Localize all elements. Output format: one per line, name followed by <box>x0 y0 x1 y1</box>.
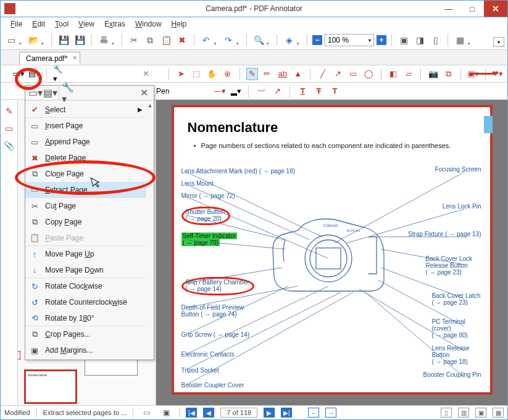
menu-help[interactable]: Help <box>167 19 192 30</box>
text-select-icon[interactable]: ⊕ <box>222 68 233 80</box>
menu-item-rotate-180[interactable]: ⟲Rotate by 180° <box>25 310 146 326</box>
save-as-button[interactable]: 💾 <box>73 33 86 47</box>
page-number-field[interactable]: 7 of 118 <box>220 408 257 418</box>
marker-tool-icon[interactable]: ✏ <box>262 68 273 80</box>
menu-item-copy[interactable]: ⧉Copy Page <box>25 214 146 230</box>
thumb-checkbox[interactable]: ✔ <box>18 351 20 360</box>
menu-file[interactable]: File <box>6 19 27 30</box>
page-heading: Nomenclature <box>188 120 477 136</box>
first-page-button[interactable]: |◀ <box>186 408 197 418</box>
pointer-icon[interactable]: ➤ <box>175 68 187 80</box>
menu-head-wrench-icon[interactable]: 🔧▾ <box>62 87 74 99</box>
minimize-button[interactable]: — <box>437 1 460 17</box>
text-strike-icon[interactable]: T <box>312 85 325 97</box>
zoom-out-button[interactable]: − <box>312 35 322 45</box>
view-two-button[interactable]: ▣ <box>475 408 486 418</box>
nav-fwd-button[interactable]: → <box>325 408 336 418</box>
arrow-tool-icon[interactable]: ↗ <box>332 68 344 80</box>
menu-extras[interactable]: Extras <box>99 19 130 30</box>
menu-edit[interactable]: Edit <box>27 19 50 30</box>
menu-item-crop[interactable]: ⧉Crop Pages... <box>25 326 146 342</box>
menu-item-rotate-cw[interactable]: ↻Rotate Clockwise <box>25 278 146 294</box>
curve-icon[interactable]: 〰 <box>255 85 267 97</box>
menu-item-move-down[interactable]: ↓Move Page Down <box>25 262 146 278</box>
menu-head-list-icon[interactable]: ▤▾ <box>44 87 56 99</box>
style-width-icon[interactable]: ▂▾ <box>230 85 242 97</box>
status-icon-1[interactable]: ▭ <box>139 406 153 419</box>
page-list-icon[interactable]: ▤▾ <box>28 68 40 80</box>
rail-stamp-icon[interactable]: ▭ <box>3 122 15 134</box>
document-viewport[interactable]: Nomenclature Page numbers of sections re… <box>156 100 507 405</box>
menu-item-move-up[interactable]: ↑Move Page Up <box>25 246 146 262</box>
cut-button[interactable]: ✂ <box>127 33 141 47</box>
menu-item-margins[interactable]: ▣Add Margins... <box>25 342 146 358</box>
thumbnail-selected[interactable]: Nomenclature <box>24 369 77 404</box>
delete-button[interactable]: ✖ <box>175 33 189 47</box>
rect-tool-icon[interactable]: ▭ <box>348 68 359 80</box>
eraser-tool-icon[interactable]: ◧ <box>388 68 399 80</box>
menu-head-close-icon[interactable]: ✕ <box>138 87 150 99</box>
line-tool-icon[interactable]: ╱ <box>317 68 328 80</box>
whiteout-tool-icon[interactable]: ▱ <box>403 68 415 80</box>
menu-item-append[interactable]: ▭Append Page <box>25 134 146 150</box>
layout-button-3[interactable]: ▯ <box>429 33 443 47</box>
undo-button[interactable]: ↶ <box>199 33 213 47</box>
menu-scroll-hint[interactable]: ▲ <box>146 101 154 360</box>
wrench-icon[interactable]: 🔧▾ <box>53 68 65 80</box>
snapshot-icon[interactable]: 📷 <box>427 68 439 80</box>
open-button[interactable]: 📂 <box>27 33 40 47</box>
tab-overflow-button[interactable]: ▾ <box>493 37 504 47</box>
bookmark-button[interactable]: ◈ <box>282 33 296 47</box>
hand-icon[interactable]: ✋ <box>206 68 218 80</box>
page-icon[interactable]: ▭▾ <box>13 68 25 80</box>
stamp-tool-icon[interactable]: ▲ <box>292 68 304 80</box>
save-button[interactable]: 💾 <box>57 33 70 47</box>
copy-button[interactable]: ⧉ <box>143 33 157 47</box>
menu-window[interactable]: Window <box>130 19 167 30</box>
text-tool-icon[interactable]: ab <box>277 68 288 80</box>
maximize-button[interactable]: □ <box>460 1 484 17</box>
view-mode-button[interactable]: ▦ <box>453 33 467 47</box>
straight-icon[interactable]: ↗ <box>271 85 283 97</box>
print-button[interactable]: 🖶 <box>97 33 110 47</box>
menu-tool[interactable]: Tool <box>50 19 73 30</box>
menu-item-insert[interactable]: ▭Insert Page <box>25 118 146 134</box>
view-cont-button[interactable]: ▥ <box>458 408 469 418</box>
lasso-icon[interactable]: ⬚ <box>191 68 202 80</box>
crop-icon[interactable]: ⧉ <box>443 68 454 80</box>
prev-page-button[interactable]: ◀ <box>203 408 214 418</box>
menu-item-delete[interactable]: ✖Delete Page <box>25 150 146 166</box>
rail-clip-icon[interactable]: 📎 <box>3 139 15 152</box>
view-single-button[interactable]: ▯ <box>441 408 452 418</box>
close-panel-icon[interactable]: ✕ <box>140 68 152 80</box>
status-icon-2[interactable]: ▣ <box>159 406 173 419</box>
ellipse-tool-icon[interactable]: ◯ <box>363 68 375 80</box>
zoom-in-button[interactable]: + <box>377 35 386 45</box>
style-solid-icon[interactable]: —▾ <box>214 85 226 97</box>
menu-item-rotate-ccw[interactable]: ↺Rotate Counterclockwise <box>25 294 146 310</box>
close-button[interactable]: ✕ <box>484 1 507 17</box>
zoom-field[interactable]: 100 %▾ <box>325 34 374 46</box>
find-button[interactable]: 🔍 <box>252 33 265 47</box>
menu-item-cut[interactable]: ✂Cut Page <box>25 198 146 214</box>
pen-tool-icon[interactable]: ✎ <box>246 68 258 80</box>
nav-back-button[interactable]: ← <box>308 408 319 418</box>
tab-close-icon[interactable]: ✕ <box>72 54 77 61</box>
layout-button-2[interactable]: ◨ <box>413 33 427 47</box>
text-squiggle-icon[interactable]: T <box>328 85 341 97</box>
menu-view[interactable]: View <box>73 19 99 30</box>
redo-button[interactable]: ↷ <box>222 33 235 47</box>
rail-pen-icon[interactable]: ✎ <box>3 105 15 117</box>
last-page-button[interactable]: ▶| <box>281 408 292 418</box>
layout-button-1[interactable]: ▣ <box>397 33 410 47</box>
menu-item-select[interactable]: ✔Select▶ <box>25 102 146 118</box>
menu-item-clone[interactable]: ⧉Clone Page <box>25 166 146 182</box>
menu-item-extract[interactable]: ▭Extract Page <box>25 182 146 198</box>
text-underline-icon[interactable]: T <box>296 85 309 97</box>
paste-button[interactable]: 📋 <box>159 33 173 47</box>
next-page-button[interactable]: ▶ <box>264 408 275 418</box>
menu-head-page-icon[interactable]: ▭▾ <box>29 87 41 99</box>
document-tab[interactable]: Camera.pdf* ✕ <box>19 52 80 65</box>
view-grid-button[interactable]: ▦ <box>493 408 504 418</box>
new-doc-button[interactable]: ▭ <box>4 33 18 47</box>
